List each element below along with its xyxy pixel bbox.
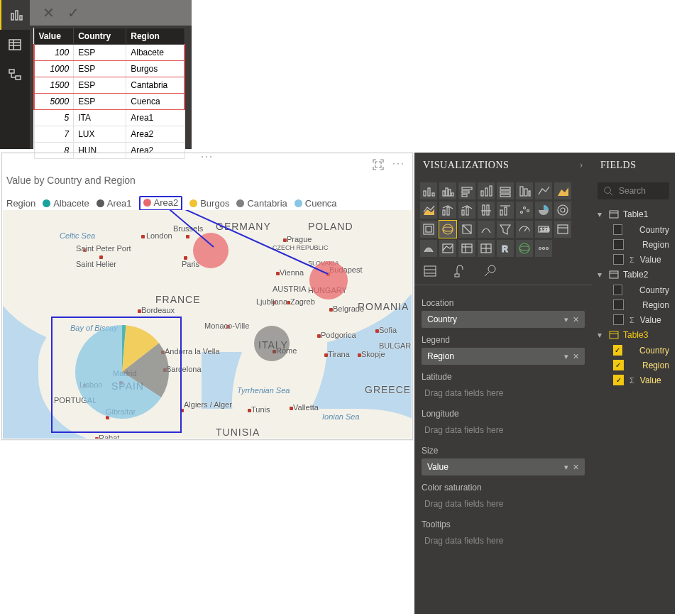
field-item[interactable]: ✓ΣValue xyxy=(595,373,672,387)
visual-more-menu-icon[interactable]: ‧‧‧ xyxy=(392,159,405,169)
legend-key[interactable]: Area1 xyxy=(97,196,132,211)
format-tab-icon[interactable] xyxy=(453,264,467,280)
focus-mode-icon[interactable] xyxy=(373,159,384,170)
table-node[interactable]: ▾ Table1 xyxy=(595,207,672,222)
viz-type-chip[interactable] xyxy=(554,202,571,219)
map-canvas[interactable]: Celtic Sea Bay of Biscay Tyrrhenian Sea … xyxy=(3,210,412,439)
viz-type-chip[interactable] xyxy=(458,202,475,219)
legend-key[interactable]: Cantabria xyxy=(236,196,287,211)
viz-type-chip[interactable] xyxy=(439,240,456,257)
viz-type-chip[interactable] xyxy=(478,221,495,238)
viz-type-chip[interactable] xyxy=(458,182,475,199)
cancel-icon[interactable]: ✕ xyxy=(43,4,55,21)
table-row[interactable]: 1000ESPBurgos xyxy=(34,61,185,77)
fields-tab-icon[interactable] xyxy=(423,264,437,280)
viz-type-chip[interactable] xyxy=(439,221,456,238)
chevron-down-icon[interactable]: ▾ xyxy=(564,352,568,361)
field-item[interactable]: Country xyxy=(595,222,672,237)
view-data-icon[interactable] xyxy=(0,30,30,60)
viz-type-chip[interactable] xyxy=(420,221,437,238)
viz-type-chip[interactable] xyxy=(439,202,456,219)
checkbox[interactable] xyxy=(613,239,624,250)
remove-icon[interactable]: ✕ xyxy=(573,315,579,324)
bubble-lux[interactable] xyxy=(193,233,229,268)
fields-header[interactable]: FIELDS xyxy=(592,153,675,178)
col-value[interactable]: Value xyxy=(34,28,74,45)
bubble-hun[interactable] xyxy=(309,261,348,299)
field-item[interactable]: ✓Country xyxy=(595,343,672,358)
viz-type-chip[interactable] xyxy=(497,221,514,238)
viz-type-chip[interactable] xyxy=(554,182,571,199)
well-location[interactable]: Country ▾✕ xyxy=(422,311,585,328)
remove-icon[interactable]: ✕ xyxy=(573,463,579,472)
viz-type-chip[interactable] xyxy=(497,182,514,199)
viz-type-chip[interactable] xyxy=(478,202,495,219)
checkbox[interactable]: ✓ xyxy=(613,375,624,385)
checkbox[interactable] xyxy=(613,314,624,325)
viz-type-chip[interactable] xyxy=(478,240,495,257)
view-report-icon[interactable] xyxy=(0,0,31,30)
well-tooltips[interactable]: Drag data fields here xyxy=(422,532,585,549)
legend-key[interactable]: Albacete xyxy=(43,196,89,211)
legend-key[interactable]: Area2 xyxy=(139,196,183,211)
analytics-tab-icon[interactable] xyxy=(483,264,497,280)
checkbox[interactable]: ✓ xyxy=(613,360,624,370)
viz-type-chip[interactable] xyxy=(516,182,533,199)
viz-type-chip[interactable] xyxy=(516,221,533,238)
map-visual[interactable]: ‧‧‧ Value by Country and Region Region A… xyxy=(1,153,413,440)
visual-drag-handle[interactable] xyxy=(200,155,214,159)
chevron-down-icon[interactable]: ▾ xyxy=(564,315,568,324)
bubble-ita[interactable] xyxy=(254,326,290,361)
remove-icon[interactable]: ✕ xyxy=(573,352,579,361)
viz-type-chip[interactable] xyxy=(420,240,437,257)
table-row[interactable]: 1500ESPCantabria xyxy=(34,77,185,94)
table-row[interactable]: 5ITAArea1 xyxy=(34,110,185,126)
field-item[interactable]: Country xyxy=(595,282,672,297)
col-region[interactable]: Region xyxy=(126,28,185,45)
viz-type-chip[interactable] xyxy=(535,182,552,199)
viz-type-chip[interactable] xyxy=(516,240,533,257)
well-longitude[interactable]: Drag data fields here xyxy=(422,422,585,439)
field-item[interactable]: ✓Region xyxy=(595,358,672,373)
viz-type-chip[interactable] xyxy=(478,182,495,199)
viz-type-chip[interactable] xyxy=(535,202,552,219)
checkbox[interactable] xyxy=(613,285,622,295)
chevron-right-icon[interactable]: › xyxy=(580,160,583,171)
well-legend[interactable]: Region ▾✕ xyxy=(422,348,585,365)
well-latitude[interactable]: Drag data fields here xyxy=(422,385,585,402)
table-node[interactable]: ▾ Table2 xyxy=(595,267,672,282)
table-node[interactable]: ▾ Table3 xyxy=(595,327,672,343)
field-item[interactable]: Region xyxy=(595,237,672,252)
chevron-down-icon[interactable]: ▾ xyxy=(564,463,568,472)
field-item[interactable]: ΣValue xyxy=(595,252,672,267)
viz-type-chip[interactable]: R xyxy=(497,240,514,257)
table-row[interactable]: 100ESPAlbacete xyxy=(34,45,185,61)
well-colorsat[interactable]: Drag data fields here xyxy=(422,495,585,512)
viz-type-chip[interactable] xyxy=(458,221,475,238)
viz-type-chip[interactable] xyxy=(554,221,571,238)
visualizations-header[interactable]: VISUALIZATIONS › xyxy=(414,153,592,178)
checkbox[interactable]: ✓ xyxy=(613,345,622,356)
field-item[interactable]: ΣValue xyxy=(595,312,672,327)
viz-type-chip[interactable] xyxy=(420,182,437,199)
table-row[interactable]: 7LUXArea2 xyxy=(34,126,185,143)
legend-key[interactable]: Burgos xyxy=(189,196,229,211)
viz-type-chip[interactable] xyxy=(497,202,514,219)
commit-icon[interactable]: ✓ xyxy=(67,4,79,21)
field-item[interactable]: Region xyxy=(595,297,672,312)
checkbox[interactable] xyxy=(613,299,624,310)
viz-type-chip[interactable] xyxy=(516,202,533,219)
viz-type-chip[interactable] xyxy=(439,182,456,199)
view-model-icon[interactable] xyxy=(0,60,30,89)
table-row[interactable]: 5000ESPCuenca xyxy=(34,94,185,110)
legend-key[interactable]: Cuenca xyxy=(295,196,337,211)
viz-type-chip[interactable] xyxy=(458,240,475,257)
viz-type-chip[interactable] xyxy=(420,202,437,219)
viz-type-chip[interactable]: 123 xyxy=(535,221,552,238)
checkbox[interactable] xyxy=(613,254,624,265)
fields-search[interactable]: Search xyxy=(598,182,669,199)
col-country[interactable]: Country xyxy=(74,28,126,45)
checkbox[interactable] xyxy=(613,224,622,235)
viz-type-chip[interactable] xyxy=(535,240,552,257)
well-size[interactable]: Value ▾✕ xyxy=(422,458,585,475)
